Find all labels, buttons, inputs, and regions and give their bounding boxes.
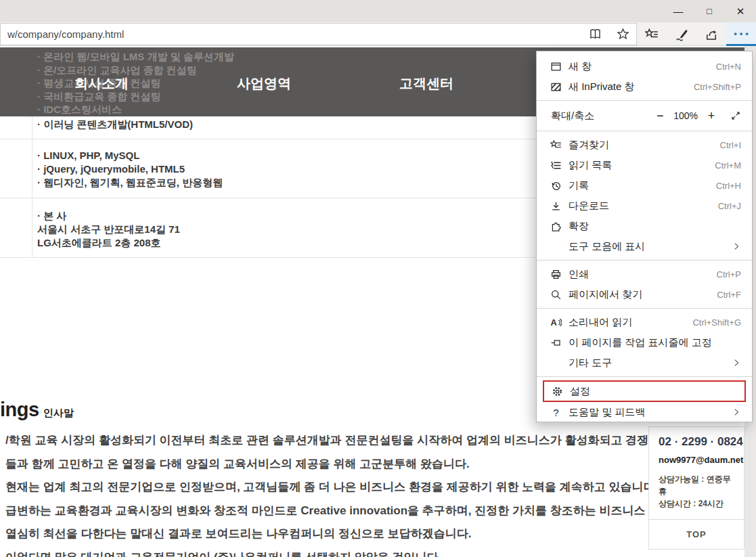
address-bar[interactable]: w/company/company.html — [0, 23, 637, 45]
search-icon — [550, 289, 562, 300]
settings-annotation-box: 설정 — [543, 380, 746, 402]
menu-item-read-aloud[interactable]: A 소리내어 읽기 Ctrl+Shift+G — [537, 312, 752, 332]
menu-separator — [537, 376, 752, 377]
more-actions-button[interactable]: ••• — [726, 22, 756, 46]
chevron-right-icon — [732, 242, 741, 251]
share-button[interactable] — [696, 22, 726, 46]
web-note-button[interactable] — [667, 22, 696, 46]
minimize-button[interactable]: — — [663, 0, 694, 22]
address-bar-row: w/company/company.html — [0, 22, 756, 46]
zoom-value: 100% — [673, 110, 698, 121]
menu-item-shortcut: Ctrl+P — [717, 269, 741, 280]
gear-icon — [552, 386, 563, 397]
address-line: 서울시 서초구 반포대로14길 71 — [37, 223, 180, 236]
menu-item-help-feedback[interactable]: ? 도움말 및 피드백 — [537, 402, 752, 422]
hub-icon — [645, 28, 659, 41]
browser-more-menu: 새 창 Ctrl+N 새 InPrivate 창 Ctrl+Shift+P 확대… — [536, 51, 753, 422]
pin-icon — [550, 337, 562, 349]
hub-favorites-button[interactable] — [637, 22, 667, 46]
nav-customer-center[interactable]: 고객센터 — [399, 74, 453, 93]
fullscreen-button[interactable] — [730, 110, 741, 121]
contact-days: 상담가능일 : 연중무휴 — [659, 473, 734, 497]
menu-item-label: 페이지에서 찾기 — [569, 288, 717, 301]
menu-item-label: 확장 — [569, 220, 741, 233]
menu-item-print[interactable]: 인쇄 Ctrl+P — [537, 264, 752, 284]
scroll-top-button[interactable]: TOP — [648, 520, 744, 550]
nav-business-area[interactable]: 사업영역 — [237, 74, 291, 93]
url-text[interactable]: w/company/company.html — [7, 28, 589, 40]
menu-item-shortcut: Ctrl+H — [716, 181, 741, 191]
close-icon: ✕ — [736, 5, 745, 18]
greeting-line: 들과 함께 고민하고 온 열정을 다해 양질의 교육서비스의 제공을 위해 고군… — [5, 453, 706, 476]
history-icon — [550, 180, 562, 192]
menu-item-new-window[interactable]: 새 창 Ctrl+N — [537, 56, 752, 76]
greeting-title-ko: 인사말 — [43, 407, 74, 418]
menu-item-zoom: 확대/축소 − 100% + — [537, 104, 752, 127]
menu-item-shortcut: Ctrl+N — [716, 62, 741, 72]
maximize-icon: □ — [707, 6, 712, 16]
zoom-out-button[interactable]: − — [652, 109, 668, 123]
menu-item-label: 도움말 및 피드백 — [569, 406, 732, 419]
reading-list-icon — [550, 160, 562, 171]
tech-item: · 웹디자인, 웹기획, 웹표준코딩, 반응형웹 — [37, 176, 223, 190]
menu-item-label: 인쇄 — [569, 268, 717, 281]
menu-item-history[interactable]: 기록 Ctrl+H — [537, 175, 752, 196]
menu-item-more-tools[interactable]: 기타 도구 — [537, 353, 752, 373]
downloads-icon — [550, 200, 562, 212]
menu-item-label: 새 InPrivate 창 — [569, 81, 694, 93]
menu-separator — [537, 100, 752, 101]
menu-item-label: 이 페이지를 작업 표시줄에 고정 — [569, 336, 741, 349]
greeting-line: 현재는 업계 최고의 전문기업으로 인정받으며, 고객님들께 좀 더 나은 비즈… — [5, 476, 706, 499]
service-item: · IDC호스팅서비스 — [37, 103, 234, 116]
menu-item-settings[interactable]: 설정 — [544, 382, 744, 401]
menu-item-favorites[interactable]: 즐겨찾기 Ctrl+I — [537, 135, 752, 155]
reading-view-icon[interactable] — [589, 28, 602, 41]
favorites-icon — [550, 139, 562, 151]
inprivate-window-icon — [550, 81, 562, 93]
elearning-line: · 이러닝 콘텐츠개발(HTML5/VOD) — [37, 118, 193, 131]
close-button[interactable]: ✕ — [725, 0, 756, 22]
maximize-button[interactable]: □ — [694, 0, 725, 22]
pen-icon — [675, 28, 688, 41]
menu-item-downloads[interactable]: 다운로드 Ctrl+J — [537, 196, 752, 216]
menu-item-label: 새 창 — [569, 60, 716, 73]
menu-item-shortcut: Ctrl+I — [720, 140, 741, 150]
zoom-label: 확대/축소 — [551, 110, 652, 122]
menu-item-pin-to-taskbar[interactable]: 이 페이지를 작업 표시줄에 고정 — [537, 332, 752, 353]
menu-item-label: 설정 — [570, 385, 740, 398]
greeting-paragraphs: /학원 교육 시장의 활성화되기 이전부터 최초로 관련 솔루션개발과 전문컨설… — [5, 429, 706, 557]
chevron-right-icon — [732, 358, 741, 367]
contact-hours: 상담시간 : 24시간 — [659, 497, 734, 510]
contact-widget: 02 · 2299 · 0824 now9977@daum.net 상담가능일 … — [648, 426, 744, 550]
menu-item-label: 즐겨찾기 — [569, 139, 720, 152]
zoom-in-button[interactable]: + — [703, 109, 719, 123]
new-window-icon — [550, 61, 562, 72]
menu-item-shortcut: Ctrl+J — [718, 201, 741, 211]
menu-item-label: 다운로드 — [569, 200, 718, 213]
read-aloud-icon: A — [550, 317, 562, 328]
more-actions-icon: ••• — [731, 28, 751, 39]
print-icon — [550, 269, 562, 280]
menu-item-show-in-toolbar[interactable]: 도구 모음에 표시 — [537, 236, 752, 257]
menu-item-extensions[interactable]: 확장 — [537, 216, 752, 236]
address-line: LG서초에클라트 2층 208호 — [37, 236, 180, 250]
greeting-line: 이었다면 많은 대기업과 교육전문기업이 (주)나우컴퍼니를 선택하지 않았을 … — [5, 546, 706, 557]
menu-item-reading-list[interactable]: 읽기 목록 Ctrl+M — [537, 155, 752, 175]
table-vertical-rule — [32, 116, 32, 257]
share-icon — [705, 28, 718, 41]
fullscreen-icon — [730, 110, 741, 121]
menu-item-shortcut: Ctrl+Shift+P — [694, 82, 741, 92]
menu-item-shortcut: Ctrl+M — [715, 160, 741, 171]
tech-item: · LINUX, PHP, MySQL — [37, 149, 223, 162]
menu-item-new-inprivate-window[interactable]: 새 InPrivate 창 Ctrl+Shift+P — [537, 76, 752, 97]
menu-item-shortcut: Ctrl+F — [717, 290, 741, 300]
tech-list: · LINUX, PHP, MySQL · jQuery, jQuerymobi… — [37, 149, 223, 190]
extensions-icon — [550, 221, 562, 232]
menu-item-find-on-page[interactable]: 페이지에서 찾기 Ctrl+F — [537, 284, 752, 305]
menu-item-label: 도구 모음에 표시 — [569, 240, 732, 253]
menu-separator — [537, 308, 752, 309]
nav-company-intro[interactable]: 회사소개 — [74, 74, 129, 93]
address-line: · 본 사 — [37, 209, 180, 223]
service-item: · 온라인 웹/모바일 LMS 개발 및 솔루션개발 — [37, 50, 234, 64]
add-favorite-star-icon[interactable] — [617, 28, 629, 41]
